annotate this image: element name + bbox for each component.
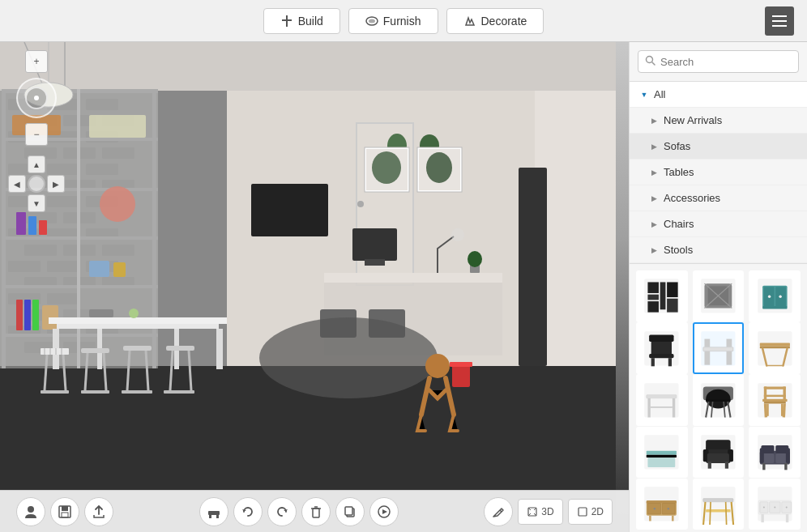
viewport[interactable]: + − ▲ ◀ ▶ ▼: [0, 42, 629, 532]
view-3d-button[interactable]: 3D: [518, 499, 562, 525]
copy-button[interactable]: [335, 497, 365, 526]
svg-point-234: [668, 508, 670, 510]
redo-button[interactable]: [267, 497, 297, 526]
category-item-stools[interactable]: ▶ Stools: [630, 237, 807, 263]
product-item-wall-art[interactable]: [636, 270, 688, 322]
svg-rect-216: [708, 462, 711, 468]
product-item-armchair-dark[interactable]: [693, 427, 745, 479]
zoom-in-button[interactable]: +: [25, 50, 48, 73]
furniture-button[interactable]: [199, 497, 228, 526]
svg-point-143: [647, 57, 653, 63]
svg-rect-215: [707, 453, 729, 463]
3d-icon: [527, 506, 538, 517]
compass[interactable]: [16, 78, 57, 118]
product-item-console-table[interactable]: [693, 479, 745, 530]
product-item-cabinet-teal[interactable]: [749, 270, 801, 322]
save-button[interactable]: [50, 497, 79, 526]
all-arrow: ▼: [639, 90, 649, 100]
product-item-sideboard-wood[interactable]: [636, 479, 688, 530]
category-list: ▼ All ▶ New Arrivals ▶ Sofas ▶ Tables ▶ …: [630, 82, 807, 264]
category-item-all[interactable]: ▼ All: [630, 82, 807, 108]
view-2d-button[interactable]: 2D: [568, 499, 613, 525]
viewport-controls: + − ▲ ◀ ▶ ▼: [8, 50, 65, 212]
product-item-side-table-wood[interactable]: [749, 322, 801, 374]
svg-rect-142: [579, 508, 587, 516]
top-toolbar: Build Furnish Decorate: [0, 0, 807, 42]
svg-rect-84: [365, 259, 385, 266]
product-item-chair-natural[interactable]: [749, 374, 801, 426]
category-item-tables[interactable]: ▶ Tables: [630, 160, 807, 185]
pan-left-button[interactable]: ◀: [8, 175, 26, 193]
pan-right-button[interactable]: ▶: [47, 175, 65, 193]
svg-rect-121: [519, 168, 547, 366]
profile-button[interactable]: [16, 497, 45, 526]
svg-rect-99: [49, 317, 227, 324]
product-item-chair-black[interactable]: [693, 374, 745, 426]
product-item-coffee-table[interactable]: [693, 322, 745, 374]
svg-rect-165: [651, 340, 672, 355]
svg-point-250: [774, 507, 775, 509]
svg-rect-113: [166, 346, 194, 351]
svg-rect-239: [706, 509, 730, 512]
product-item-sofa-grey[interactable]: [749, 427, 801, 479]
svg-rect-173: [727, 351, 732, 364]
category-chairs-label: Chairs: [664, 218, 694, 230]
category-item-new-arrivals[interactable]: ▶ New Arrivals: [630, 108, 807, 134]
product-item-teal-table[interactable]: [636, 427, 688, 479]
svg-point-106: [129, 309, 139, 318]
svg-rect-185: [672, 398, 675, 418]
svg-rect-78: [251, 184, 328, 236]
category-all-label: All: [654, 88, 665, 100]
search-icon: [645, 55, 655, 68]
category-item-accessories[interactable]: ▶ Accessories: [630, 185, 807, 211]
pan-down-button[interactable]: ▼: [28, 194, 45, 212]
product-item-cushion[interactable]: [693, 270, 745, 322]
furnish-button[interactable]: Furnish: [348, 8, 438, 34]
svg-rect-102: [216, 329, 223, 369]
room-scene-svg: [0, 42, 616, 532]
profile-icon: [23, 504, 38, 519]
product-item-chair-dark[interactable]: [636, 322, 688, 374]
svg-rect-177: [760, 343, 790, 346]
svg-rect-253: [786, 514, 788, 522]
svg-rect-235: [650, 516, 652, 521]
svg-rect-61: [2, 89, 6, 368]
svg-rect-217: [725, 462, 728, 468]
category-accessories-label: Accessories: [664, 192, 720, 204]
svg-rect-149: [660, 283, 666, 310]
svg-rect-74: [32, 300, 39, 330]
category-item-sofas[interactable]: ▶ Sofas: [630, 134, 807, 160]
svg-rect-205: [764, 394, 786, 397]
category-item-chairs[interactable]: ▶ Chairs: [630, 211, 807, 237]
decorate-button[interactable]: Decorate: [446, 8, 544, 34]
product-item-white-table[interactable]: [636, 374, 688, 426]
pencil-icon: [491, 504, 506, 519]
svg-point-97: [426, 152, 452, 183]
zoom-out-button[interactable]: −: [25, 123, 48, 146]
upload-button[interactable]: [84, 497, 113, 526]
svg-point-85: [451, 228, 464, 241]
pencil-button[interactable]: [484, 497, 513, 526]
svg-point-94: [372, 151, 401, 184]
svg-rect-184: [648, 398, 651, 418]
svg-rect-200: [766, 403, 769, 415]
menu-button[interactable]: [765, 6, 794, 36]
delete-button[interactable]: [301, 497, 331, 526]
product-item-tv-unit-white[interactable]: [749, 479, 801, 530]
play-button[interactable]: [369, 497, 399, 526]
pan-up-button[interactable]: ▲: [28, 155, 45, 173]
build-button[interactable]: Build: [263, 8, 340, 34]
svg-rect-209: [648, 458, 676, 467]
undo-button[interactable]: [233, 497, 263, 526]
category-new-arrivals-label: New Arrivals: [664, 114, 722, 126]
zoom-out-label: −: [33, 129, 39, 140]
zoom-in-label: +: [33, 56, 39, 67]
svg-rect-201: [781, 403, 784, 415]
search-input[interactable]: [660, 56, 792, 68]
svg-rect-133: [313, 509, 319, 517]
right-controls: 3D 2D: [484, 497, 613, 526]
right-panel: ▼ All ▶ New Arrivals ▶ Sofas ▶ Tables ▶ …: [629, 42, 807, 532]
search-input-wrap[interactable]: [638, 50, 799, 73]
tables-arrow: ▶: [649, 168, 659, 177]
main-area: + − ▲ ◀ ▶ ▼: [0, 42, 807, 532]
